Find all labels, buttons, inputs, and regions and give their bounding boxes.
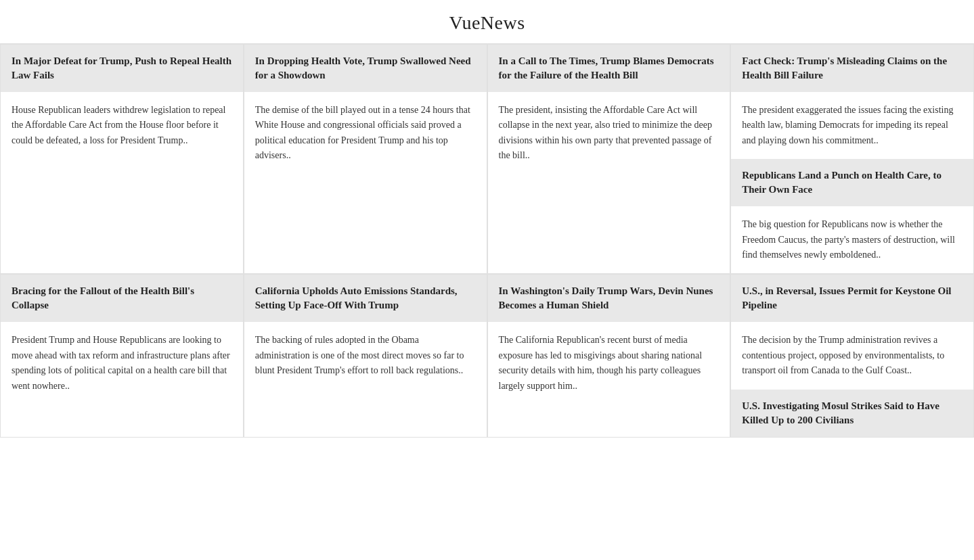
news-card-7[interactable]: In Washington's Daily Trump Wars, Devin … [487, 274, 731, 437]
news-card-1-body: House Republican leaders withdrew legisl… [1, 92, 243, 273]
news-card-6[interactable]: California Upholds Auto Emissions Standa… [244, 274, 487, 437]
news-card-8a-text: The decision by the Trump administration… [742, 333, 962, 378]
news-card-8b-title: U.S. Investigating Mosul Strikes Said to… [742, 400, 939, 425]
news-card-5-header: Bracing for the Fallout of the Health Bi… [1, 275, 243, 322]
news-card-5-title: Bracing for the Fallout of the Health Bi… [12, 285, 194, 310]
news-card-3[interactable]: In a Call to The Times, Trump Blames Dem… [487, 44, 731, 274]
news-card-1-text: House Republican leaders withdrew legisl… [12, 103, 232, 148]
news-card-3-body: The president, insisting the Affordable … [488, 92, 730, 273]
news-card-7-header: In Washington's Daily Trump Wars, Devin … [488, 275, 730, 322]
news-card-7-body: The California Republican's recent burst… [488, 322, 730, 436]
news-card-5-text: President Trump and House Republicans ar… [12, 333, 232, 394]
news-card-4a-title: Fact Check: Trump's Misleading Claims on… [742, 55, 947, 80]
news-card-3-text: The president, insisting the Affordable … [499, 103, 720, 164]
news-card-2-title: In Dropping Health Vote, Trump Swallowed… [255, 55, 471, 80]
news-card-4a-text: The president exaggerated the issues fac… [742, 103, 962, 148]
news-card-4a-header: Fact Check: Trump's Misleading Claims on… [731, 45, 973, 92]
news-card-2[interactable]: In Dropping Health Vote, Trump Swallowed… [244, 44, 487, 274]
news-card-3-title: In a Call to The Times, Trump Blames Dem… [499, 55, 714, 80]
news-card-6-text: The backing of rules adopted in the Obam… [255, 333, 476, 378]
news-card-3-header: In a Call to The Times, Trump Blames Dem… [488, 45, 730, 92]
news-card-8a-body: The decision by the Trump administration… [731, 322, 973, 389]
news-card-1-title: In Major Defeat for Trump, Push to Repea… [12, 55, 231, 80]
news-grid: In Major Defeat for Trump, Push to Repea… [0, 44, 974, 438]
news-card-7-text: The California Republican's recent burst… [499, 333, 720, 394]
app-title: VueNews [0, 0, 974, 44]
news-card-4[interactable]: Fact Check: Trump's Misleading Claims on… [730, 44, 974, 274]
news-card-6-title: California Upholds Auto Emissions Standa… [255, 285, 458, 310]
news-card-2-header: In Dropping Health Vote, Trump Swallowed… [244, 45, 487, 92]
news-card-1[interactable]: In Major Defeat for Trump, Push to Repea… [0, 44, 244, 274]
news-card-4b-header: Republicans Land a Punch on Health Care,… [731, 159, 973, 206]
news-card-4a-body: The president exaggerated the issues fac… [731, 92, 973, 159]
news-card-4b-title: Republicans Land a Punch on Health Care,… [742, 170, 942, 195]
news-card-4b-body: The big question for Republicans now is … [731, 206, 973, 273]
news-card-7-title: In Washington's Daily Trump Wars, Devin … [499, 285, 713, 310]
news-card-6-header: California Upholds Auto Emissions Standa… [244, 275, 487, 322]
news-card-2-body: The demise of the bill played out in a t… [244, 92, 487, 273]
news-card-8b-header: U.S. Investigating Mosul Strikes Said to… [731, 390, 973, 437]
news-card-8a-title: U.S., in Reversal, Issues Permit for Key… [742, 285, 951, 310]
news-card-6-body: The backing of rules adopted in the Obam… [244, 322, 487, 436]
news-card-1-header: In Major Defeat for Trump, Push to Repea… [1, 45, 243, 92]
news-card-8a-header: U.S., in Reversal, Issues Permit for Key… [731, 275, 973, 322]
news-card-5-body: President Trump and House Republicans ar… [1, 322, 243, 436]
news-card-8[interactable]: U.S., in Reversal, Issues Permit for Key… [730, 274, 974, 437]
news-card-4b-text: The big question for Republicans now is … [742, 217, 962, 262]
news-card-2-text: The demise of the bill played out in a t… [255, 103, 476, 164]
news-card-5[interactable]: Bracing for the Fallout of the Health Bi… [0, 274, 244, 437]
